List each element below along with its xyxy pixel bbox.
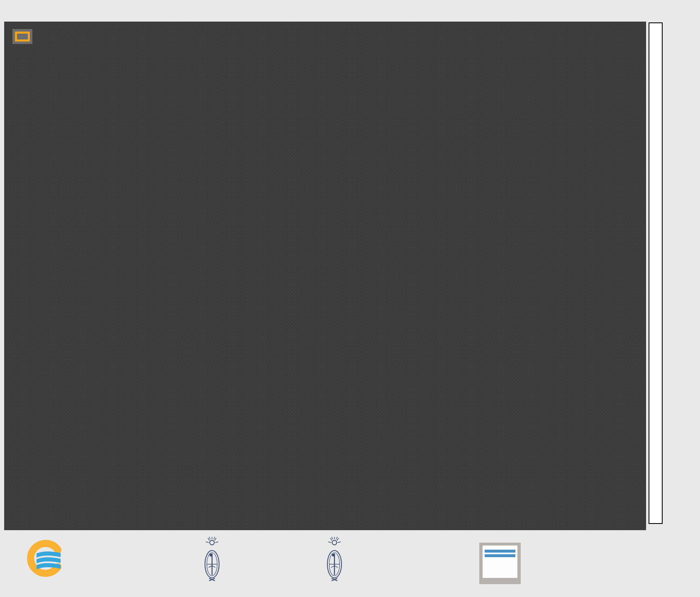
inta-bar-2 (485, 554, 515, 557)
smn-logo (24, 538, 72, 587)
inta-bar-1 (485, 550, 515, 553)
footer-logo-bar (0, 530, 700, 597)
warnings-overlay-frame (15, 32, 30, 42)
inta-logo-inner (483, 546, 517, 578)
inta-logo (479, 543, 521, 584)
radar-mosaic-figure (0, 0, 700, 597)
defensa-coat-of-arms-icon (199, 534, 225, 590)
reflectivity-colorbar (649, 22, 663, 524)
warnings-overlay-box[interactable] (12, 29, 32, 44)
economia-coat-of-arms-icon (322, 534, 347, 590)
map-background (4, 22, 646, 530)
radar-map (4, 22, 646, 530)
